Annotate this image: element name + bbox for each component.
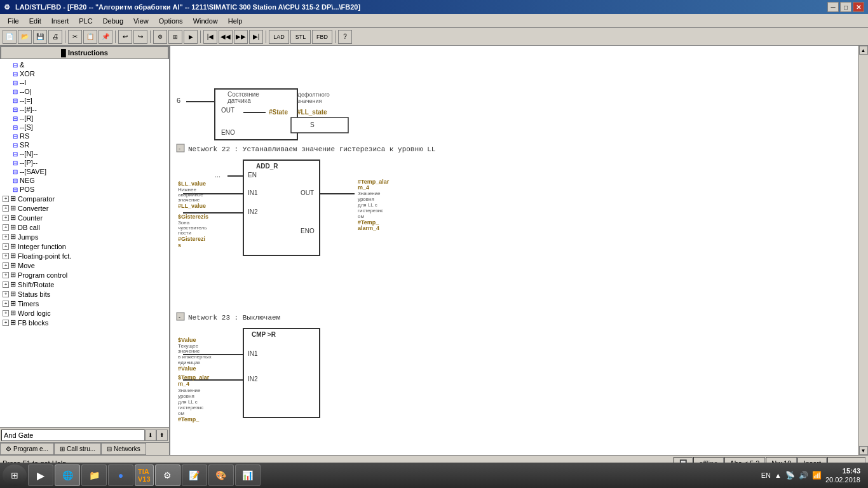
tab-call-structure[interactable]: ⊞ Call stru... — [54, 443, 101, 455]
tree-group-counter[interactable]: + ⊞ Counter — [1, 213, 168, 222]
dbcall-expand[interactable]: + — [3, 224, 9, 231]
tree-group-shift[interactable]: + ⊞ Shift/Rotate — [1, 280, 168, 289]
shift-expand[interactable]: + — [3, 281, 9, 288]
close-button[interactable]: ✕ — [853, 2, 864, 12]
menu-insert[interactable]: Insert — [46, 16, 74, 26]
tree-group-float[interactable]: + ⊞ Floating-point fct. — [1, 251, 168, 261]
converter-expand[interactable]: + — [3, 205, 9, 212]
tree-group-dbcall[interactable]: + ⊞ DB call — [1, 222, 168, 232]
menu-window[interactable]: Window — [188, 16, 223, 26]
tb-extra4[interactable]: |◀ — [203, 30, 217, 44]
title-bar-left: ⚙ LAD/STL/FBD - [FB20 -- "Алгоритм обраб… — [4, 3, 360, 11]
comparator-expand[interactable]: + — [3, 196, 9, 202]
tree-item-save[interactable]: ⊟ --[SAVE] — [1, 167, 168, 176]
tab-networks[interactable]: ⊟ Networks — [101, 443, 146, 455]
tree-group-timers[interactable]: + ⊞ Timers — [1, 299, 168, 308]
scroll-up[interactable]: ▲ — [859, 46, 868, 55]
tree-item-hash[interactable]: ⊟ --[#]-- — [1, 105, 168, 114]
tree-group-progctrl[interactable]: + ⊞ Program control — [1, 270, 168, 280]
tree-group-jumps[interactable]: + ⊞ Jumps — [1, 232, 168, 241]
net22-collapse[interactable] — [177, 144, 184, 152]
taskbar-paint[interactable]: 🎨 — [208, 464, 234, 486]
tree-item-neg[interactable]: ⊟ NEG — [1, 176, 168, 185]
new-btn[interactable]: 📄 — [3, 30, 17, 44]
taskbar-media[interactable]: ▶ — [28, 464, 53, 486]
intfunc-expand[interactable]: + — [3, 243, 9, 250]
menu-edit[interactable]: Edit — [24, 16, 46, 26]
tree-group-fbblocks[interactable]: + ⊞ FB blocks — [1, 318, 168, 327]
tree-item-p[interactable]: ⊟ --[P]-- — [1, 158, 168, 167]
taskbar-word[interactable]: 📝 — [182, 464, 207, 486]
fbblocks-expand[interactable]: + — [3, 320, 9, 326]
tb-extra7[interactable]: ▶| — [249, 30, 263, 44]
tree-item-ni[interactable]: ⊟ --I — [1, 78, 168, 87]
tree-group-converter[interactable]: + ⊞ Converter — [1, 203, 168, 213]
fbd-view[interactable]: FBD — [312, 30, 332, 44]
counter-expand[interactable]: + — [3, 215, 9, 221]
tb-extra2[interactable]: ⊞ — [168, 30, 182, 44]
tree-group-comparator[interactable]: + ⊞ Comparator — [1, 194, 168, 203]
float-expand[interactable]: + — [3, 253, 9, 259]
progctrl-expand[interactable]: + — [3, 272, 9, 278]
menu-plc[interactable]: PLC — [74, 16, 97, 26]
tree-group-wordlogic[interactable]: + ⊞ Word logic — [1, 308, 168, 318]
taskbar-ie[interactable]: 🌐 — [55, 464, 80, 486]
move-expand[interactable]: + — [3, 262, 9, 269]
tb-extra5[interactable]: ◀◀ — [219, 30, 233, 44]
scroll-down[interactable]: ▼ — [859, 446, 868, 455]
jumps-expand[interactable]: + — [3, 234, 9, 240]
search-icon[interactable]: ⬇ — [145, 430, 156, 441]
tree-item-r[interactable]: ⊟ --[R] — [1, 114, 168, 123]
cut-btn[interactable]: ✂ — [68, 30, 82, 44]
search-up-icon[interactable]: ⬆ — [156, 430, 168, 441]
tb-extra3[interactable]: ▶ — [184, 30, 198, 44]
tb-extra1[interactable]: ⚙ — [153, 30, 167, 44]
save-btn[interactable]: 💾 — [33, 30, 47, 44]
temp-alarm-in-label2: m_4 — [178, 381, 189, 387]
paste-btn[interactable]: 📌 — [98, 30, 112, 44]
taskbar-simatic[interactable]: ⚙ — [155, 464, 180, 486]
tree-item-s[interactable]: ⊟ --[S] — [1, 123, 168, 132]
undo-btn[interactable]: ↩ — [118, 30, 132, 44]
menu-help[interactable]: Help — [223, 16, 248, 26]
tree-item-and[interactable]: ⊟ & — [1, 60, 168, 69]
copy-btn[interactable]: 📋 — [83, 30, 97, 44]
tree-item-sr[interactable]: ⊟ SR — [1, 140, 168, 149]
tree-item-rs[interactable]: ⊟ RS — [1, 132, 168, 140]
taskbar-tia[interactable]: TIAV13 — [135, 464, 154, 486]
taskbar-app[interactable]: 📊 — [235, 464, 261, 486]
menu-file[interactable]: File — [3, 16, 24, 26]
maximize-button[interactable]: □ — [840, 2, 851, 12]
taskbar-chrome[interactable]: ● — [108, 464, 133, 486]
status-expand[interactable]: + — [3, 291, 9, 297]
taskbar-explorer[interactable]: 📁 — [81, 464, 107, 486]
tree-group-intfunc[interactable]: + ⊞ Integer function — [1, 241, 168, 251]
timers-expand[interactable]: + — [3, 301, 9, 307]
net23-collapse[interactable] — [177, 313, 184, 320]
tree-item-eq[interactable]: ⊟ --[=] — [1, 96, 168, 105]
tree-group-move[interactable]: + ⊞ Move — [1, 261, 168, 270]
tab-networks-label: Networks — [114, 445, 140, 452]
tree-item-pos[interactable]: ⊟ POS — [1, 185, 168, 194]
open-btn[interactable]: 📂 — [18, 30, 32, 44]
value-desc2: значение — [178, 348, 200, 354]
tree-item-no[interactable]: ⊟ --O| — [1, 87, 168, 96]
tab-program-elements[interactable]: ⚙ Program e... — [0, 443, 54, 455]
search-input[interactable] — [1, 430, 145, 441]
tree-item-n[interactable]: ⊟ --[N]-- — [1, 149, 168, 158]
menu-debug[interactable]: Debug — [98, 16, 128, 26]
lad-view[interactable]: LAD — [269, 30, 289, 44]
diagram-area[interactable]: ▲ ▼ 6 IN Состояние датчика Дефолтного зн… — [170, 46, 868, 455]
start-button[interactable]: ⊞ — [3, 464, 27, 486]
stl-view[interactable]: STL — [290, 30, 311, 44]
help-btn[interactable]: ? — [338, 30, 352, 44]
wordlogic-expand[interactable]: + — [3, 310, 9, 316]
redo-btn[interactable]: ↪ — [133, 30, 147, 44]
tree-group-status[interactable]: + ⊞ Status bits — [1, 289, 168, 299]
tb-extra6[interactable]: ▶▶ — [234, 30, 248, 44]
tree-item-xor[interactable]: ⊟ XOR — [1, 69, 168, 78]
menu-view[interactable]: View — [128, 16, 154, 26]
menu-options[interactable]: Options — [154, 16, 188, 26]
minimize-button[interactable]: ─ — [827, 2, 839, 12]
print-btn[interactable]: 🖨 — [48, 30, 62, 44]
